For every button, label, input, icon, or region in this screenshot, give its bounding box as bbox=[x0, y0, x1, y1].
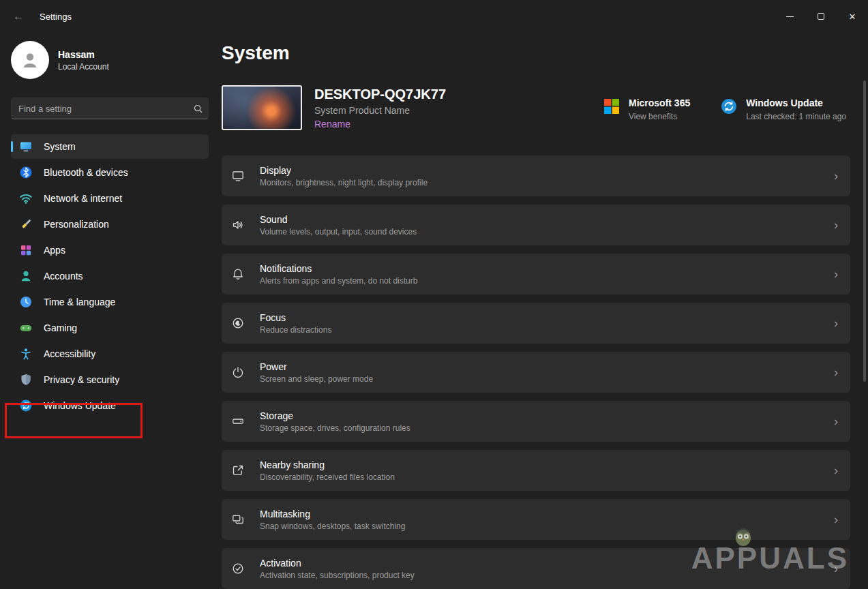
sidebar-item-privacy-security[interactable]: Privacy & security bbox=[11, 367, 209, 392]
windows-update-icon bbox=[720, 97, 738, 115]
sidebar-item-network-internet[interactable]: Network & internet bbox=[11, 186, 209, 211]
device-name: DESKTOP-QQ7JK77 bbox=[314, 87, 446, 102]
sidebar-item-label: Bluetooth & devices bbox=[44, 167, 128, 178]
sidebar-item-label: Apps bbox=[44, 245, 65, 256]
user-name: Hassam bbox=[58, 49, 109, 60]
titlebar: ← Settings ✕ bbox=[0, 0, 868, 33]
user-profile[interactable]: Hassam Local Account bbox=[11, 41, 209, 79]
row-title: Notifications bbox=[260, 263, 834, 274]
row-title: Storage bbox=[260, 410, 834, 421]
user-account-type: Local Account bbox=[58, 62, 109, 72]
system-icon bbox=[19, 140, 33, 153]
back-button[interactable]: ← bbox=[7, 6, 30, 27]
sidebar-item-label: System bbox=[44, 141, 76, 152]
device-product-name: System Product Name bbox=[314, 105, 446, 116]
sidebar-item-label: Gaming bbox=[44, 322, 77, 333]
row-subtitle: Monitors, brightness, night light, displ… bbox=[260, 178, 834, 187]
power-icon bbox=[231, 365, 256, 379]
row-subtitle: Reduce distractions bbox=[260, 325, 834, 335]
sidebar-item-bluetooth-devices[interactable]: Bluetooth & devices bbox=[11, 160, 209, 185]
network-icon bbox=[19, 192, 33, 205]
bluetooth-icon bbox=[19, 166, 33, 179]
back-arrow-icon: ← bbox=[13, 10, 24, 22]
device-thumbnail bbox=[222, 85, 302, 130]
settings-row-display[interactable]: Display Monitors, brightness, night ligh… bbox=[222, 155, 850, 196]
windows-update-icon bbox=[19, 399, 33, 412]
share-icon bbox=[231, 464, 256, 477]
row-title: Power bbox=[260, 361, 834, 372]
row-subtitle: Volume levels, output, input, sound devi… bbox=[260, 227, 834, 237]
time-language-icon bbox=[19, 295, 33, 309]
apps-icon bbox=[19, 243, 33, 257]
sidebar-item-label: Accessibility bbox=[44, 348, 95, 359]
vertical-scrollbar[interactable] bbox=[863, 80, 866, 382]
sidebar-nav: System Bluetooth & devices bbox=[11, 134, 209, 418]
quick-link-windows-update[interactable]: Windows Update Last checked: 1 minute ag… bbox=[720, 95, 846, 121]
quick-link-microsoft-365[interactable]: Microsoft 365 View benefits bbox=[603, 95, 690, 121]
main-content: System DESKTOP-QQ7JK77 System Product Na… bbox=[220, 33, 868, 589]
sidebar-item-label: Time & language bbox=[44, 297, 115, 307]
sound-icon bbox=[231, 218, 256, 232]
sidebar-item-accounts[interactable]: Accounts bbox=[11, 264, 209, 288]
settings-list: Display Monitors, brightness, night ligh… bbox=[222, 155, 850, 589]
settings-row-nearby-sharing[interactable]: Nearby sharing Discoverability, received… bbox=[222, 450, 850, 491]
sidebar-item-accessibility[interactable]: Accessibility bbox=[11, 342, 209, 366]
window-controls: ✕ bbox=[774, 0, 868, 33]
page-title: System bbox=[222, 42, 850, 64]
accessibility-icon bbox=[19, 347, 33, 361]
search-input[interactable] bbox=[12, 104, 188, 114]
gaming-icon bbox=[19, 321, 33, 335]
sidebar-item-windows-update[interactable]: Windows Update bbox=[11, 393, 209, 418]
chevron-right-icon: › bbox=[834, 464, 838, 477]
device-header: DESKTOP-QQ7JK77 System Product Name Rena… bbox=[222, 85, 850, 131]
row-subtitle: Screen and sleep, power mode bbox=[260, 374, 834, 384]
minimize-button[interactable] bbox=[774, 0, 805, 33]
quick-link-subtitle[interactable]: View benefits bbox=[629, 112, 690, 121]
settings-row-multitasking[interactable]: Multitasking Snap windows, desktops, tas… bbox=[222, 499, 850, 540]
personalization-icon bbox=[19, 217, 33, 231]
settings-row-notifications[interactable]: Notifications Alerts from apps and syste… bbox=[222, 254, 850, 294]
chevron-right-icon: › bbox=[834, 513, 838, 526]
sidebar-item-gaming[interactable]: Gaming bbox=[11, 316, 209, 340]
avatar bbox=[11, 41, 49, 79]
sidebar-item-label: Personalization bbox=[44, 219, 109, 230]
sidebar-item-label: Network & internet bbox=[44, 193, 122, 204]
search-icon[interactable] bbox=[188, 104, 208, 114]
close-button[interactable]: ✕ bbox=[837, 0, 868, 33]
minimize-icon bbox=[786, 16, 794, 17]
maximize-button[interactable] bbox=[805, 0, 837, 33]
rename-link[interactable]: Rename bbox=[314, 119, 446, 130]
focus-icon bbox=[231, 316, 256, 330]
sidebar-item-label: Privacy & security bbox=[44, 374, 119, 385]
row-title: Multitasking bbox=[260, 509, 834, 519]
chevron-right-icon: › bbox=[834, 268, 838, 280]
sidebar-item-system[interactable]: System bbox=[11, 134, 209, 159]
settings-row-focus[interactable]: Focus Reduce distractions › bbox=[222, 303, 850, 344]
search-box bbox=[11, 97, 209, 119]
settings-row-storage[interactable]: Storage Storage space, drives, configura… bbox=[222, 401, 850, 442]
row-title: Display bbox=[260, 165, 834, 176]
sidebar-item-personalization[interactable]: Personalization bbox=[11, 212, 209, 237]
chevron-right-icon: › bbox=[834, 170, 838, 182]
settings-window: ← Settings ✕ Hassam Local Account bbox=[0, 0, 868, 589]
chevron-right-icon: › bbox=[834, 317, 838, 329]
shield-icon bbox=[19, 373, 33, 387]
owl-logo-icon bbox=[731, 525, 755, 547]
storage-icon bbox=[231, 414, 256, 428]
chevron-right-icon: › bbox=[834, 366, 838, 378]
settings-row-power[interactable]: Power Screen and sleep, power mode › bbox=[222, 352, 850, 393]
chevron-right-icon: › bbox=[834, 415, 838, 427]
row-subtitle: Alerts from apps and system, do not dist… bbox=[260, 276, 834, 286]
watermark-text: APPUALS bbox=[691, 541, 849, 575]
sidebar-item-apps[interactable]: Apps bbox=[11, 238, 209, 262]
row-title: Focus bbox=[260, 312, 834, 323]
sidebar-item-label: Accounts bbox=[44, 271, 83, 282]
accounts-icon bbox=[19, 269, 33, 283]
sidebar-item-time-language[interactable]: Time & language bbox=[11, 290, 209, 314]
settings-row-sound[interactable]: Sound Volume levels, output, input, soun… bbox=[222, 205, 850, 245]
bell-icon bbox=[231, 267, 256, 281]
quick-link-title: Microsoft 365 bbox=[629, 97, 690, 108]
microsoft-365-icon bbox=[603, 97, 620, 115]
row-subtitle: Storage space, drives, configuration rul… bbox=[260, 423, 834, 433]
watermark: APPUALS bbox=[691, 541, 849, 575]
